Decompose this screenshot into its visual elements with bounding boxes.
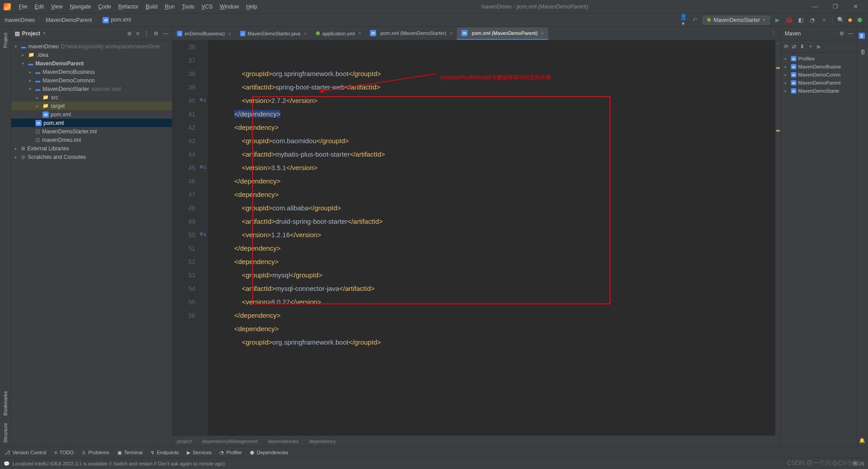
close-button[interactable]: ✕ <box>849 3 862 10</box>
tree-item--idea[interactable]: ▸📁.idea <box>11 51 172 59</box>
menu-tools[interactable]: Tools <box>178 4 198 10</box>
tool-tab-endpoints[interactable]: ↯Endpoints <box>150 450 179 456</box>
menu-edit[interactable]: Edit <box>31 4 47 10</box>
editor-tab[interactable]: JenDemoBusiness)× <box>172 28 236 40</box>
hide-icon[interactable]: — <box>848 30 853 37</box>
close-tab-icon[interactable]: × <box>304 31 307 36</box>
minimize-button[interactable]: — <box>808 3 822 10</box>
run-icon[interactable]: ▶ <box>773 17 782 23</box>
xml-breadcrumb-item[interactable]: dependency <box>309 439 336 444</box>
select-opened-icon[interactable]: ⊕ <box>127 30 132 37</box>
tool-tab-services[interactable]: ▶Services <box>187 450 211 456</box>
database-tool-tab[interactable]: 🗄 <box>859 46 867 58</box>
code-line[interactable]: <dependency> <box>207 188 775 201</box>
collapse-all-icon[interactable]: ⋮ <box>144 30 149 37</box>
updates-icon[interactable]: ⬢ <box>855 17 864 23</box>
run-config-selector[interactable]: ⬢ MavenDemoStarter ▼ <box>703 16 770 25</box>
menu-view[interactable]: View <box>47 4 66 10</box>
code-line[interactable]: <artifactId>mysql-connector-java</artifa… <box>207 282 775 295</box>
code-line[interactable]: <artifactId>druid-spring-boot-starter</a… <box>207 215 775 228</box>
tool-tab-version-control[interactable]: ⎇Version Control <box>4 450 46 456</box>
tree-item-mavendemostarter[interactable]: ▾▬MavenDemoStartersources root <box>11 85 172 93</box>
maven-tree[interactable]: ▸m Profiles▸m MavenDemoBusine▸m MavenDem… <box>781 53 857 97</box>
tree-item-mavendmeo-iml[interactable]: ◫mavenDmeo.iml <box>11 136 172 144</box>
maven-item[interactable]: ▸m Profiles <box>783 55 855 63</box>
editor-tab[interactable]: ⬢application.yml× <box>311 28 366 40</box>
code-line[interactable]: <groupId>org.springframework.boot</group… <box>207 336 775 349</box>
project-tree[interactable]: ▾▬mavenDmeoD:\wukangyou\My workspace\mav… <box>11 40 172 163</box>
menu-file[interactable]: File <box>15 4 31 10</box>
xml-breadcrumb-item[interactable]: dependencies <box>268 439 299 444</box>
coverage-icon[interactable]: ◧ <box>797 17 805 23</box>
maven-item[interactable]: ▸m MavenDemoBusine <box>783 63 855 71</box>
tree-item-external-libraries[interactable]: ▸⊞External Libraries <box>11 144 172 153</box>
code-line[interactable]: </dependency> <box>207 309 775 322</box>
tree-item-pom-xml[interactable]: mpom.xml <box>11 110 172 119</box>
generate-icon[interactable]: ⇄ <box>792 43 796 50</box>
close-tab-icon[interactable]: × <box>358 31 361 36</box>
menu-help[interactable]: Help <box>242 4 261 10</box>
add-icon[interactable]: ＋ <box>808 43 813 50</box>
tree-item-src[interactable]: ▸📁src <box>11 93 172 102</box>
code-line[interactable]: <version>8.0.27</version> <box>207 295 775 309</box>
download-icon[interactable]: ⬇ <box>800 43 804 50</box>
event-log-icon[interactable]: 💬 <box>4 461 10 467</box>
search-icon[interactable]: 🔍 <box>837 17 845 23</box>
tool-tab-problems[interactable]: ⚠Problems <box>82 450 109 456</box>
menu-navigate[interactable]: Navigate <box>66 4 95 10</box>
fold-marker[interactable]: ⊖↓ <box>200 163 207 170</box>
debug-icon[interactable]: 🐞 <box>785 17 793 23</box>
xml-breadcrumb-item[interactable]: dependencyManagement <box>202 439 258 444</box>
tool-tab-dependencies[interactable]: ⬣Dependencies <box>250 450 288 456</box>
maximize-button[interactable]: ❐ <box>829 3 842 10</box>
code-line[interactable]: </dependency> <box>207 175 775 188</box>
code-line[interactable]: </dependency> <box>207 242 775 255</box>
menu-vcs[interactable]: VCS <box>198 4 216 10</box>
code-line[interactable]: <version>1.2.16</version> <box>207 228 775 242</box>
hide-icon[interactable]: — <box>163 30 168 37</box>
code-line[interactable]: <groupId>com.baomidou</groupId> <box>207 134 775 148</box>
reload-icon[interactable]: ⟳ <box>784 43 788 50</box>
code-line[interactable]: <groupId>org.springframework.boot</group… <box>207 67 775 81</box>
maven-tool-tab[interactable]: m <box>857 29 868 43</box>
code-line[interactable]: <dependency> <box>207 121 775 134</box>
tool-tab-profiler[interactable]: ◔Profiler <box>219 450 242 456</box>
code-line[interactable]: <version>2.7.2</version> <box>207 94 775 107</box>
menu-code[interactable]: Code <box>95 4 115 10</box>
close-tab-icon[interactable]: × <box>450 31 453 36</box>
maven-item[interactable]: ▸m MavenDemoComm <box>783 71 855 79</box>
maven-item[interactable]: ▸m MavenDemoStarte <box>783 87 855 95</box>
close-tab-icon[interactable]: × <box>228 31 231 36</box>
notifications-tool-tab[interactable]: 🔔 <box>859 434 867 447</box>
fold-marker[interactable]: ⊖↓ <box>200 96 207 103</box>
breadcrumb[interactable]: mavenDmeo〉MavenDemoParent〉mpom.xml <box>4 16 131 24</box>
tree-item-scratches-and-consoles[interactable]: ▸◎Scratches and Consoles <box>11 153 172 161</box>
stop-icon[interactable]: ■ <box>820 17 828 23</box>
editor-breadcrumb[interactable]: project〉dependencyManagement〉dependencie… <box>172 435 781 447</box>
chevron-down-icon[interactable]: ▼ <box>43 31 46 35</box>
structure-tool-tab[interactable]: Structure <box>1 419 9 447</box>
code-line[interactable]: <dependency> <box>207 255 775 269</box>
code-line[interactable]: <dependency> <box>207 322 775 336</box>
code-line[interactable]: <version>3.5.1</version> <box>207 161 775 175</box>
expand-all-icon[interactable]: ≡ <box>136 30 139 37</box>
menu-refactor[interactable]: Refactor <box>115 4 142 10</box>
tree-item-mavendemocommon[interactable]: ▸▬MavenDemoCommon <box>11 76 172 85</box>
editor-tab[interactable]: JMavenDemoStarter.java× <box>236 28 311 40</box>
tool-tab-terminal[interactable]: ▣Terminal <box>117 450 143 456</box>
code-editor[interactable]: <groupId>org.springframework.boot</group… <box>207 40 775 435</box>
fold-column[interactable]: ⊖↓⊖↓⊖↓ <box>199 40 207 435</box>
maven-item[interactable]: ▸m MavenDemoParent <box>783 79 855 87</box>
code-line[interactable]: <artifactId>spring-boot-starter-web</art… <box>207 81 775 94</box>
editor-tab[interactable]: mpom.xml (MavenDemoStarter)× <box>365 27 457 40</box>
code-line[interactable]: <groupId>com.alibaba</groupId> <box>207 201 775 215</box>
tree-item-mavendemostarter-iml[interactable]: ◫MavenDemoStarter.iml <box>11 127 172 136</box>
notification-icon[interactable] <box>848 18 852 22</box>
menu-window[interactable]: Window <box>216 4 243 10</box>
back-icon[interactable]: ↶ <box>691 17 699 23</box>
maven-settings-icon[interactable]: ⚙ <box>839 30 844 37</box>
run-icon[interactable]: ▶ <box>817 43 821 50</box>
tool-tab-todo[interactable]: ≡TODO <box>54 450 73 455</box>
breadcrumb-item[interactable]: mpom.xml <box>103 17 131 23</box>
breadcrumb-item[interactable]: mavenDmeo <box>4 17 35 23</box>
